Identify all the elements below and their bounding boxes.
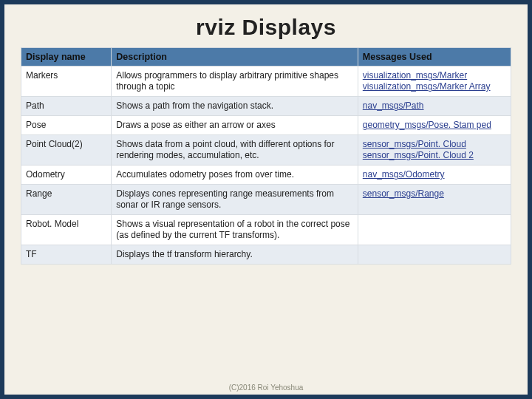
col-display-name: Display name [21,48,112,66]
cell-description: Displays the tf transform hierarchy. [112,245,358,265]
cell-description: Shows a path from the navigation stack. [112,97,358,116]
cell-messages [358,245,511,265]
table-row: OdometryAccumulates odometry poses from … [21,166,511,185]
cell-description: Allows programmers to display arbitrary … [112,66,358,97]
cell-description: Shows a visual representation of a robot… [112,215,358,245]
cell-display-name: Point Cloud(2) [21,135,112,166]
table-header-row: Display name Description Messages Used [21,48,511,66]
message-link[interactable]: nav_msgs/Path [363,100,506,112]
table-row: MarkersAllows programmers to display arb… [21,66,511,97]
cell-display-name: Pose [21,116,112,135]
slide-title: rviz Displays [4,4,528,47]
table-row: PathShows a path from the navigation sta… [21,97,511,116]
table-row: TFDisplays the tf transform hierarchy. [21,245,511,265]
cell-messages: visualization_msgs/Markervisualization_m… [358,66,511,97]
cell-display-name: Robot. Model [21,215,112,245]
message-link[interactable]: sensor_msgs/Range [363,188,506,200]
table-row: PoseDraws a pose as either an arrow or a… [21,116,511,135]
table-container: Display name Description Messages Used M… [4,47,528,265]
table-row: Robot. ModelShows a visual representatio… [21,215,511,245]
cell-messages: sensor_msgs/Range [358,185,511,215]
footer-copyright: (C)2016 Roi Yehoshua [4,383,528,392]
table-row: Point Cloud(2)Shows data from a point cl… [21,135,511,166]
col-messages-used: Messages Used [358,48,511,66]
message-link[interactable]: visualization_msgs/Marker Array [363,81,506,92]
cell-messages: nav_msgs/Odometry [358,166,511,185]
cell-description: Displays cones representing range measur… [112,185,358,215]
cell-display-name: Path [21,97,112,116]
col-description: Description [112,48,358,66]
table-row: RangeDisplays cones representing range m… [21,185,511,215]
cell-display-name: TF [21,245,112,265]
displays-table: Display name Description Messages Used M… [21,47,511,265]
message-link[interactable]: sensor_msgs/Point. Cloud [363,139,506,150]
cell-messages: geometry_msgs/Pose. Stam ped [358,116,511,135]
slide: rviz Displays Display name Description M… [4,4,528,395]
cell-messages [358,215,511,245]
cell-messages: sensor_msgs/Point. Cloudsensor_msgs/Poin… [358,135,511,166]
message-link[interactable]: nav_msgs/Odometry [363,169,506,180]
cell-description: Draws a pose as either an arrow or axes [112,116,358,135]
cell-description: Accumulates odometry poses from over tim… [112,166,358,185]
cell-display-name: Odometry [21,166,112,185]
cell-display-name: Range [21,185,112,215]
message-link[interactable]: sensor_msgs/Point. Cloud 2 [363,150,506,161]
message-link[interactable]: visualization_msgs/Marker [363,70,506,81]
cell-messages: nav_msgs/Path [358,97,511,116]
message-link[interactable]: geometry_msgs/Pose. Stam ped [363,120,506,131]
cell-display-name: Markers [21,66,112,97]
cell-description: Shows data from a point cloud, with diff… [112,135,358,166]
